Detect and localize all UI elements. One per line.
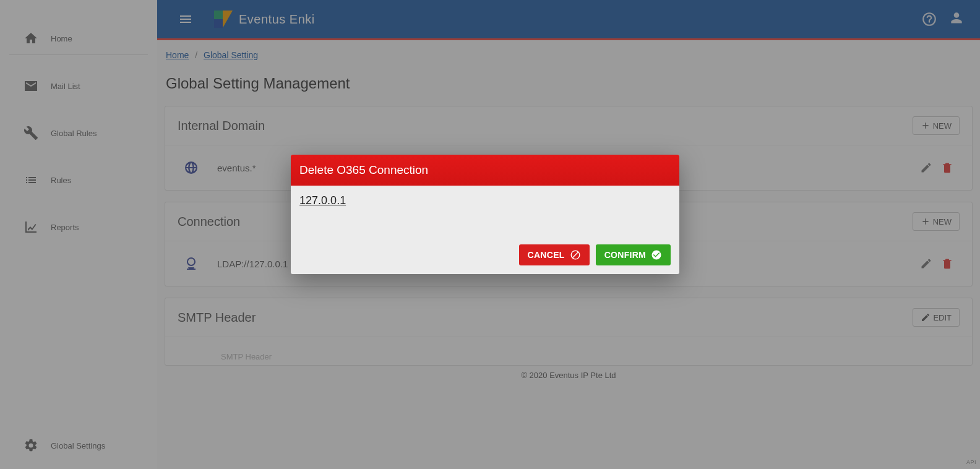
- check-circle-icon: [651, 249, 662, 260]
- button-label: CONFIRM: [604, 250, 646, 260]
- modal-value: 127.0.0.1: [299, 194, 346, 207]
- modal-body: 127.0.0.1: [291, 186, 679, 244]
- button-label: CANCEL: [528, 250, 565, 260]
- block-icon: [570, 249, 581, 260]
- delete-modal: Delete O365 Connection 127.0.0.1 CANCEL …: [291, 155, 679, 274]
- confirm-button[interactable]: CONFIRM: [596, 244, 671, 265]
- modal-title: Delete O365 Connection: [291, 155, 679, 186]
- cancel-button[interactable]: CANCEL: [519, 244, 590, 265]
